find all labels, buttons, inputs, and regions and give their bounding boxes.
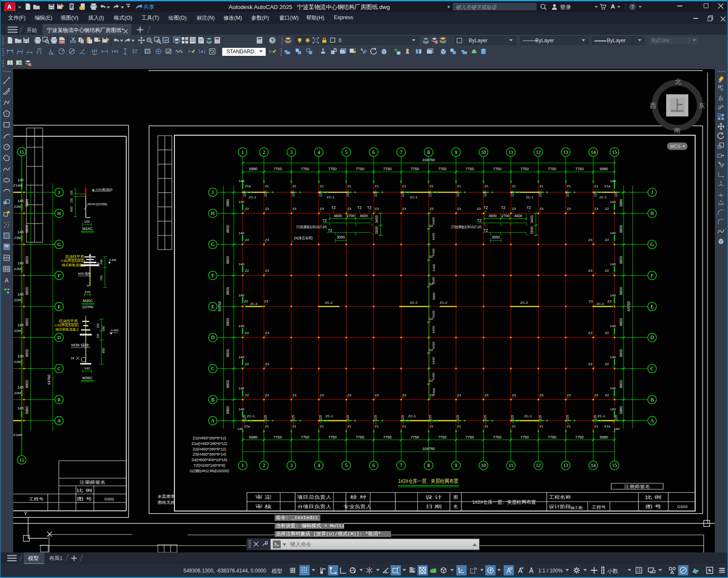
svg-text:Z2: Z2	[245, 207, 249, 211]
svg-text:西: 西	[650, 102, 656, 109]
svg-text:Z3: Z3	[347, 207, 351, 211]
svg-text:-0.400: -0.400	[110, 329, 119, 332]
svg-text:WCS: WCS	[670, 144, 681, 149]
svg-text:8800: 8800	[25, 225, 29, 233]
svg-text:7750: 7750	[466, 167, 474, 171]
svg-text:Z1: Z1	[347, 184, 351, 188]
svg-text:F: F	[212, 273, 214, 278]
svg-text:Z1: Z1	[512, 424, 516, 428]
svg-text:140: 140	[17, 178, 23, 182]
svg-text:ZC-3: ZC-3	[597, 302, 604, 306]
svg-text:Z1: Z1	[539, 424, 544, 428]
svg-text:Z1: Z1	[594, 184, 598, 188]
svg-text:140: 140	[238, 386, 244, 390]
svg-text:Z3: Z3	[512, 393, 516, 397]
svg-text:7750: 7750	[548, 167, 557, 171]
svg-text:7: 7	[400, 463, 403, 468]
svg-text:8: 8	[427, 463, 430, 468]
svg-text:Z1a(H450*280*6*12): Z1a(H450*280*6*12)	[191, 441, 227, 446]
svg-text:8800: 8800	[25, 287, 29, 295]
svg-text:Z3: Z3	[402, 393, 406, 397]
svg-text:D: D	[650, 335, 654, 340]
svg-text:225: 225	[291, 415, 295, 421]
svg-text:140: 140	[17, 261, 23, 265]
svg-text:7750: 7750	[548, 435, 557, 439]
svg-text:A: A	[650, 418, 654, 423]
svg-text:Z2: Z2	[605, 207, 609, 211]
svg-text:8800: 8800	[619, 256, 623, 264]
svg-text:H: H	[650, 211, 654, 216]
svg-text:7750: 7750	[493, 435, 502, 439]
svg-text:Z2: Z2	[605, 362, 609, 366]
svg-text:Z3: Z3	[375, 393, 379, 397]
svg-text:1: 1	[241, 463, 244, 468]
svg-text:Z1: Z1	[375, 184, 379, 188]
svg-text:ZC-1: ZC-1	[327, 195, 334, 199]
svg-text:Z3: Z3	[539, 207, 544, 211]
svg-text:104760: 104760	[422, 447, 435, 451]
svg-text:7750: 7750	[301, 435, 310, 439]
svg-text:8800: 8800	[619, 349, 623, 357]
svg-text:Z3: Z3	[429, 207, 434, 211]
svg-text:8800: 8800	[619, 380, 623, 388]
svg-text:8800: 8800	[226, 287, 230, 295]
svg-text:名: 名	[453, 504, 458, 509]
svg-text:-0.300: -0.300	[108, 259, 116, 261]
svg-text:4600: 4600	[489, 214, 497, 218]
svg-text:TZ: TZ	[367, 206, 371, 210]
svg-text:7750: 7750	[411, 435, 419, 439]
svg-text:比 例: 比 例	[645, 494, 661, 500]
svg-text:Z1: Z1	[512, 184, 516, 188]
svg-text:7750: 7750	[328, 167, 337, 171]
svg-text:C: C	[211, 366, 215, 371]
svg-text:分项目负责人: 分项目负责人	[297, 504, 332, 509]
svg-text:12: 12	[536, 463, 541, 468]
svg-text:Z2: Z2	[607, 299, 612, 303]
svg-text:700: 700	[99, 276, 103, 281]
svg-text:C30(早强无收缩): C30(早强无收缩)	[61, 259, 85, 263]
svg-text:Z1aM: Z1aM	[13, 433, 22, 437]
svg-text:5: 5	[345, 150, 348, 155]
svg-text:F: F	[58, 273, 60, 278]
svg-text:TZ: TZ	[484, 206, 488, 210]
svg-text:项目总负责人: 项目总负责人	[297, 494, 332, 500]
svg-text:11: 11	[508, 150, 513, 155]
svg-text:Z2M: Z2M	[14, 329, 21, 333]
svg-text:ZC-1: ZC-1	[247, 414, 255, 418]
svg-text:7750: 7750	[383, 435, 392, 439]
svg-text:H: H	[58, 211, 61, 216]
svg-text:225: 225	[243, 192, 247, 197]
svg-text:140: 140	[17, 354, 23, 358]
svg-text:ZC-1: ZC-1	[408, 414, 416, 418]
svg-text:Z2M: Z2M	[14, 298, 21, 302]
svg-text:注册师签名: 注册师签名	[624, 484, 650, 489]
svg-text:11: 11	[508, 463, 513, 468]
svg-text:3000: 3000	[337, 235, 345, 239]
svg-text:Z1a: Z1a	[604, 184, 610, 188]
svg-text:5980: 5980	[619, 406, 623, 414]
svg-text:Z2M: Z2M	[14, 205, 21, 209]
svg-text:比 例: 比 例	[77, 488, 92, 493]
svg-text:Z1: Z1	[265, 184, 269, 188]
svg-text:150: 150	[96, 323, 99, 328]
svg-text:Z1: Z1	[567, 184, 571, 188]
svg-text:Z2: Z2	[605, 238, 609, 242]
svg-text:J: J	[58, 190, 60, 195]
svg-text:2700: 2700	[347, 214, 355, 218]
svg-text:225: 225	[593, 192, 597, 197]
svg-text:D: D	[58, 335, 61, 340]
svg-text:4400: 4400	[432, 357, 436, 364]
svg-text:Z3: Z3	[588, 269, 592, 273]
svg-text:Z2M: Z2M	[14, 360, 21, 364]
svg-text:225: 225	[456, 192, 460, 197]
svg-text:Z3: Z3	[588, 238, 592, 242]
svg-text:TZ: TZ	[477, 218, 481, 223]
svg-text:Z3: Z3	[457, 393, 461, 397]
svg-text:GZ: GZ	[429, 317, 433, 321]
svg-text:5800: 5800	[432, 292, 436, 300]
svg-text:GZ: GZ	[429, 282, 433, 286]
svg-text:专业负责人: 专业负责人	[343, 504, 372, 509]
svg-text:64760: 64760	[47, 375, 51, 385]
svg-text:140: 140	[17, 199, 23, 203]
svg-text:140: 140	[17, 323, 23, 327]
